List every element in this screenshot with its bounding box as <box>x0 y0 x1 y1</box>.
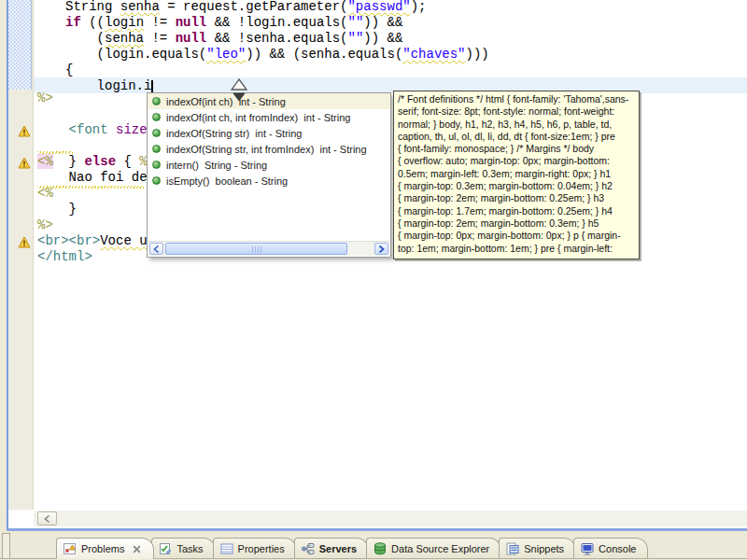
code-bottom[interactable]: %> <font size<% } else { % Nao foi de<% … <box>34 91 148 265</box>
resize-cursor-icon <box>229 78 249 110</box>
autocomplete-item[interactable]: indexOf(int ch) int - String <box>148 93 390 109</box>
warning-icon[interactable] <box>18 156 31 168</box>
autocomplete-item-label: isEmpty() boolean - String <box>166 175 288 187</box>
autocomplete-item[interactable]: isEmpty() boolean - String <box>148 173 390 189</box>
method-public-icon <box>152 113 161 121</box>
autocomplete-list: indexOf(int ch) int - StringindexOf(int … <box>148 93 390 189</box>
tab-data-source-explorer[interactable]: Data Source Explorer <box>366 538 501 559</box>
console-icon <box>580 541 595 556</box>
popup-horizontal-scrollbar[interactable] <box>148 241 389 256</box>
method-public-icon <box>152 145 161 153</box>
autocomplete-item[interactable]: intern() String - String <box>148 157 390 173</box>
autocomplete-item-label: indexOf(String str, int fromIndex) int -… <box>166 144 367 155</box>
tab-folder-edge <box>2 533 10 558</box>
properties-icon <box>219 541 234 556</box>
method-public-icon <box>152 176 161 185</box>
editor-horizontal-scrollbar[interactable] <box>34 511 747 526</box>
scrollbar-thumb[interactable] <box>165 243 347 255</box>
tab-label: Tasks <box>176 543 203 554</box>
tab-label: Snippets <box>524 543 564 554</box>
autocomplete-item[interactable]: indexOf(String str) int - String <box>148 125 390 141</box>
method-public-icon <box>152 161 161 169</box>
editor-bottom-border <box>7 528 747 531</box>
autocomplete-item[interactable]: indexOf(String str, int fromIndex) int -… <box>148 141 390 157</box>
tasks-icon <box>158 541 173 556</box>
documentation-tooltip: /* Font definitions */ html { font-famil… <box>393 91 640 259</box>
scroll-left-button[interactable] <box>37 511 57 525</box>
eclipse-workbench: String senha = request.getParameter("pas… <box>0 0 747 560</box>
data-source-icon <box>373 541 388 556</box>
servers-icon <box>301 541 316 556</box>
tab-tasks[interactable]: Tasks <box>151 538 215 559</box>
autocomplete-item-label: indexOf(int ch) int - String <box>166 96 286 107</box>
scroll-left-button[interactable] <box>149 243 163 255</box>
method-public-icon <box>152 97 161 105</box>
spelling-squiggle <box>37 186 144 189</box>
tab-label: Data Source Explorer <box>391 543 489 554</box>
tab-properties[interactable]: Properties <box>213 538 297 559</box>
tab-snippets[interactable]: Snippets <box>499 538 576 559</box>
tab-servers[interactable]: Servers <box>294 538 369 559</box>
tab-label: Servers <box>319 543 357 554</box>
autocomplete-item-label: intern() String - String <box>166 160 267 171</box>
scrollbar-track-pattern[interactable] <box>8 0 32 90</box>
warning-icon[interactable] <box>18 124 31 136</box>
tab-problems[interactable]: Problems <box>56 538 154 559</box>
scroll-right-button[interactable] <box>374 243 388 255</box>
snippets-icon <box>505 541 520 556</box>
content-assist-popup: indexOf(int ch) int - StringindexOf(int … <box>147 92 391 258</box>
method-public-icon <box>152 129 161 137</box>
spelling-squiggle <box>37 151 73 154</box>
warning-icon[interactable] <box>18 235 31 247</box>
problems-icon <box>63 541 78 556</box>
tab-console[interactable]: Console <box>573 538 648 559</box>
text-caret <box>151 80 153 92</box>
autocomplete-item[interactable]: indexOf(int ch, int fromIndex) int - Str… <box>148 109 390 125</box>
autocomplete-item-label: indexOf(String str) int - String <box>166 128 303 139</box>
tab-label: Problems <box>81 543 124 554</box>
tab-label: Console <box>599 543 636 554</box>
autocomplete-item-label: indexOf(int ch, int fromIndex) int - Str… <box>166 112 350 123</box>
close-icon[interactable] <box>132 544 142 554</box>
code-top[interactable]: String senha = request.getParameter("pas… <box>34 0 489 94</box>
view-tabbar: Problems Tasks Properties Servers <box>56 537 645 559</box>
tab-label: Properties <box>238 543 285 554</box>
tooltip-body: /* Font definitions */ html { font-famil… <box>398 93 635 255</box>
